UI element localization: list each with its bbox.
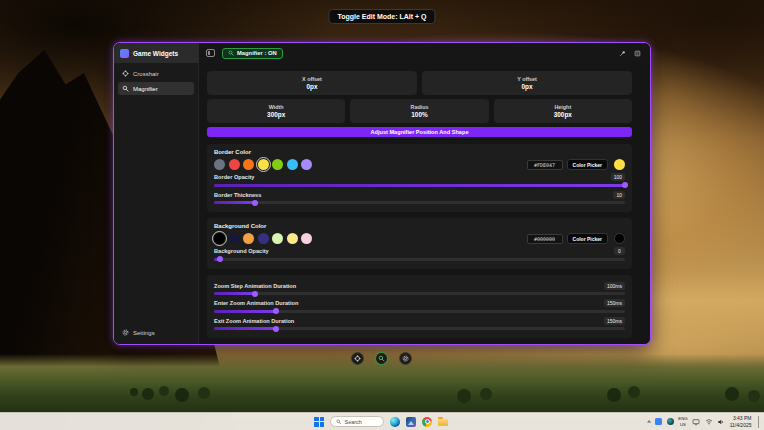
zoom-step-duration-slider[interactable] bbox=[214, 292, 625, 295]
enter-zoom-duration-slider[interactable] bbox=[214, 310, 625, 313]
clock[interactable]: 3:43 PM 11/4/2025 bbox=[730, 415, 752, 428]
tray-time: 3:43 PM bbox=[730, 415, 752, 421]
sidebar-collapse-icon[interactable] bbox=[206, 49, 215, 57]
slider-fill bbox=[214, 201, 255, 204]
enter-zoom-duration-value: 150ms bbox=[604, 299, 625, 307]
slider-fill bbox=[214, 327, 276, 330]
x-offset-card[interactable]: X offset 0px bbox=[207, 71, 417, 95]
tray-app-icon[interactable] bbox=[655, 418, 662, 425]
language-line2: US bbox=[678, 422, 687, 427]
tray-date: 11/4/2025 bbox=[730, 422, 752, 428]
tray-expand-chevron-icon[interactable]: ^ bbox=[647, 419, 651, 425]
color-swatch[interactable] bbox=[301, 159, 312, 170]
sidebar-item-magnifier[interactable]: Magnifier bbox=[118, 82, 194, 95]
language-line1: ENG bbox=[678, 416, 687, 421]
file-explorer-icon[interactable] bbox=[438, 419, 448, 427]
gear-icon bbox=[122, 329, 129, 336]
edge-icon[interactable] bbox=[390, 417, 400, 427]
titlebar: Game Widgets Magnifier : ON bbox=[114, 43, 650, 63]
crosshair-widget-button[interactable] bbox=[351, 352, 364, 365]
magnifier-icon bbox=[122, 85, 129, 92]
crosshair-icon bbox=[122, 70, 129, 77]
wifi-icon[interactable] bbox=[705, 418, 713, 426]
slider-knob[interactable] bbox=[622, 182, 628, 188]
exit-zoom-duration-slider[interactable] bbox=[214, 327, 625, 330]
zoom-step-duration-label: Zoom Step Animation Duration bbox=[214, 283, 296, 289]
photos-icon[interactable] bbox=[406, 417, 416, 427]
window-body: Crosshair Magnifier Settings bbox=[114, 63, 650, 344]
color-swatch[interactable] bbox=[229, 159, 240, 170]
magnifier-icon bbox=[378, 355, 385, 362]
start-button[interactable] bbox=[314, 417, 324, 427]
width-card[interactable]: Width 300px bbox=[207, 99, 345, 123]
chrome-icon[interactable] bbox=[422, 417, 432, 427]
color-swatch[interactable] bbox=[287, 159, 298, 170]
background-hex-input[interactable] bbox=[527, 234, 563, 244]
zoom-step-duration-value: 100ms bbox=[604, 282, 625, 290]
settings-widget-button[interactable] bbox=[399, 352, 412, 365]
exit-zoom-duration-row: Exit Zoom Animation Duration 150ms bbox=[214, 317, 625, 331]
size-cards-row: Width 300px Radius 100% Height 300px bbox=[207, 99, 632, 123]
height-card[interactable]: Height 300px bbox=[494, 99, 632, 123]
background-section: Background Color Color Picker bbox=[207, 218, 632, 269]
magnifier-widget-button[interactable] bbox=[375, 352, 388, 365]
crosshair-icon bbox=[354, 355, 361, 362]
sidebar-item-label: Settings bbox=[133, 330, 155, 336]
titlebar-actions bbox=[619, 50, 650, 57]
show-desktop-button[interactable] bbox=[758, 416, 760, 428]
y-offset-card[interactable]: Y offset 0px bbox=[422, 71, 632, 95]
border-color-picker-button[interactable]: Color Picker bbox=[567, 159, 608, 170]
height-label: Height bbox=[554, 104, 571, 110]
radius-card[interactable]: Radius 100% bbox=[350, 99, 488, 123]
language-indicator[interactable]: ENG US bbox=[678, 416, 687, 426]
color-swatch-selected[interactable] bbox=[258, 159, 269, 170]
adjust-position-button[interactable]: Adjust Magnifier Position And Shape bbox=[207, 127, 632, 137]
color-swatch[interactable] bbox=[301, 233, 312, 244]
color-swatch[interactable] bbox=[214, 159, 225, 170]
background-opacity-slider[interactable] bbox=[214, 258, 625, 261]
color-swatch[interactable] bbox=[243, 233, 254, 244]
app-title-area: Game Widgets bbox=[114, 43, 199, 63]
magnifier-status-badge[interactable]: Magnifier : ON bbox=[222, 48, 283, 59]
border-color-label: Border Color bbox=[214, 149, 625, 155]
color-swatch[interactable] bbox=[243, 159, 254, 170]
border-thickness-label: Border Thickness bbox=[214, 192, 261, 198]
gear-icon bbox=[402, 355, 409, 362]
wallpaper-trees bbox=[130, 388, 138, 396]
tray-app2-icon[interactable] bbox=[667, 418, 674, 425]
color-swatch[interactable] bbox=[287, 233, 298, 244]
magnifier-settings-panel: X offset 0px Y offset 0px Width 300px Ra… bbox=[199, 63, 650, 344]
search-label: Search bbox=[345, 419, 362, 425]
color-swatch-selected[interactable] bbox=[214, 233, 225, 244]
slider-knob[interactable] bbox=[273, 308, 279, 314]
display-icon[interactable] bbox=[692, 418, 700, 426]
pin-icon[interactable] bbox=[619, 50, 626, 57]
taskbar-search[interactable]: Search bbox=[330, 416, 384, 428]
background-color-picker-button[interactable]: Color Picker bbox=[567, 233, 608, 244]
sidebar-item-label: Crosshair bbox=[133, 71, 159, 77]
width-label: Width bbox=[269, 104, 284, 110]
color-swatch[interactable] bbox=[272, 159, 283, 170]
menu-icon[interactable] bbox=[634, 50, 641, 57]
offset-cards-row: X offset 0px Y offset 0px bbox=[207, 71, 632, 95]
sidebar-item-crosshair[interactable]: Crosshair bbox=[118, 67, 194, 80]
radius-label: Radius bbox=[411, 104, 429, 110]
border-thickness-slider[interactable] bbox=[214, 201, 625, 204]
slider-knob[interactable] bbox=[217, 256, 223, 262]
color-swatch[interactable] bbox=[272, 233, 283, 244]
border-hex-input[interactable] bbox=[527, 160, 563, 170]
sidebar-item-settings[interactable]: Settings bbox=[118, 326, 159, 339]
background-color-label: Background Color bbox=[214, 223, 625, 229]
border-section: Border Color Color Picker bbox=[207, 144, 632, 212]
color-swatch[interactable] bbox=[229, 233, 240, 244]
slider-fill bbox=[214, 310, 276, 313]
color-swatch[interactable] bbox=[258, 233, 269, 244]
background-color-preview bbox=[614, 233, 625, 244]
volume-icon[interactable] bbox=[717, 418, 725, 426]
slider-knob[interactable] bbox=[252, 291, 258, 297]
slider-fill bbox=[214, 184, 625, 187]
animation-section: Zoom Step Animation Duration 100ms Enter… bbox=[207, 275, 632, 339]
slider-knob[interactable] bbox=[252, 200, 258, 206]
slider-knob[interactable] bbox=[273, 326, 279, 332]
border-opacity-slider[interactable] bbox=[214, 184, 625, 187]
